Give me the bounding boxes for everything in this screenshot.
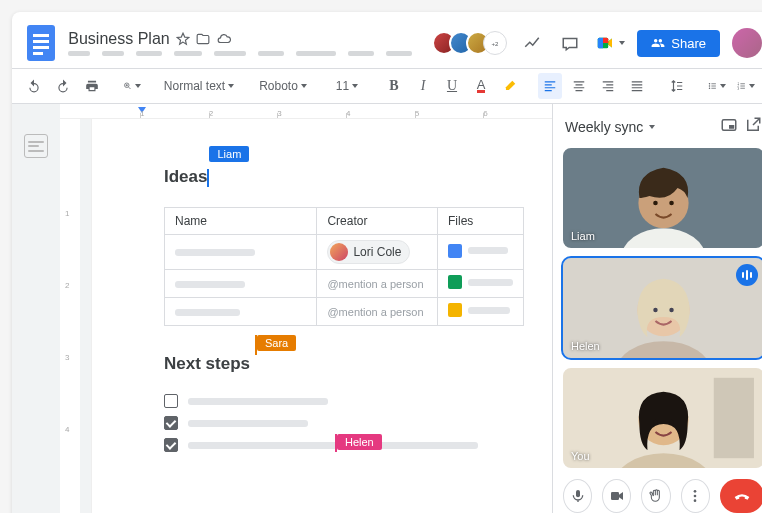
- docs-logo[interactable]: [24, 25, 58, 61]
- underline-button[interactable]: U: [440, 73, 464, 99]
- liam-flag: Liam: [209, 146, 249, 162]
- table-row[interactable]: Lori Cole: [165, 235, 524, 270]
- svg-rect-34: [611, 492, 619, 500]
- col-files: Files: [438, 208, 524, 235]
- undo-button[interactable]: [22, 73, 46, 99]
- tile-name: Helen: [571, 340, 600, 352]
- video-tiles: Liam Helen You: [563, 148, 762, 469]
- end-call-button[interactable]: [720, 479, 762, 513]
- comments-icon[interactable]: [557, 30, 583, 56]
- align-justify-button[interactable]: [625, 73, 649, 99]
- mention-placeholder[interactable]: @mention a person: [327, 278, 423, 290]
- raise-hand-button[interactable]: [641, 479, 670, 513]
- svg-rect-3: [33, 46, 49, 49]
- svg-point-31: [653, 420, 657, 424]
- liam-cursor: [207, 169, 209, 187]
- align-center-button[interactable]: [567, 73, 591, 99]
- svg-rect-1: [33, 34, 49, 37]
- video-tile-helen[interactable]: Helen: [563, 258, 762, 358]
- svg-point-37: [694, 499, 697, 502]
- video-tile-you[interactable]: You: [563, 368, 762, 468]
- mention-placeholder[interactable]: @mention a person: [327, 306, 423, 318]
- italic-button[interactable]: I: [411, 73, 435, 99]
- font-size-selector[interactable]: 11: [328, 73, 366, 99]
- popout-icon[interactable]: [744, 116, 762, 138]
- checklist-item[interactable]: [164, 394, 524, 408]
- pip-icon[interactable]: [720, 116, 738, 138]
- collab-area: +2 Share: [432, 28, 762, 58]
- more-options-button[interactable]: [681, 479, 710, 513]
- account-avatar[interactable]: [732, 28, 762, 58]
- checkbox-checked-icon[interactable]: [164, 438, 178, 452]
- meet-title[interactable]: Weekly sync: [565, 119, 643, 135]
- style-selector[interactable]: Normal text: [160, 73, 238, 99]
- outline-icon[interactable]: [24, 134, 48, 158]
- table-row[interactable]: @mention a person: [165, 298, 524, 326]
- menu-bar[interactable]: [68, 51, 412, 56]
- presence-avatars[interactable]: +2: [432, 31, 507, 55]
- bulleted-list-button[interactable]: [705, 73, 729, 99]
- svg-point-35: [694, 490, 697, 493]
- share-button[interactable]: Share: [637, 30, 720, 57]
- bold-button[interactable]: B: [382, 73, 406, 99]
- svg-point-21: [669, 201, 674, 206]
- checklist-item[interactable]: [164, 416, 524, 430]
- left-rail: [12, 104, 60, 513]
- highlight-button[interactable]: [498, 73, 522, 99]
- activity-icon[interactable]: [519, 30, 545, 56]
- cloud-saved-icon[interactable]: [216, 32, 232, 46]
- move-icon[interactable]: [196, 32, 210, 46]
- svg-point-8: [709, 83, 711, 85]
- font-selector[interactable]: Roboto: [254, 73, 312, 99]
- doc-title[interactable]: Business Plan: [68, 30, 169, 48]
- svg-rect-4: [33, 52, 43, 55]
- svg-rect-28: [714, 378, 754, 458]
- header-bar: Business Plan +2: [12, 12, 762, 68]
- horizontal-ruler[interactable]: 123456: [60, 104, 552, 119]
- body: 123456 1 2 3 4 IdeasLiam Name Creator Fi…: [12, 104, 762, 513]
- video-tile-liam[interactable]: Liam: [563, 148, 762, 248]
- svg-point-9: [709, 85, 711, 87]
- svg-point-10: [709, 88, 711, 90]
- checkbox-unchecked-icon[interactable]: [164, 394, 178, 408]
- slides-file-icon: [448, 303, 462, 317]
- svg-point-32: [669, 420, 673, 424]
- print-button[interactable]: [80, 73, 104, 99]
- doc-area: 123456 1 2 3 4 IdeasLiam Name Creator Fi…: [60, 104, 552, 513]
- mic-button[interactable]: [563, 479, 592, 513]
- align-left-button[interactable]: [538, 73, 562, 99]
- svg-point-25: [653, 308, 657, 312]
- share-label: Share: [671, 36, 706, 51]
- meet-panel: Weekly sync Liam Helen You: [552, 104, 762, 513]
- speaking-indicator-icon: [736, 264, 758, 286]
- toolbar: Normal text Roboto 11 B I U A 123 G: [12, 68, 762, 104]
- docs-file-icon: [448, 244, 462, 258]
- vertical-ruler[interactable]: 1 2 3 4: [60, 119, 80, 513]
- camera-button[interactable]: [602, 479, 631, 513]
- checkbox-checked-icon[interactable]: [164, 416, 178, 430]
- meet-button[interactable]: [595, 34, 625, 52]
- person-chip[interactable]: Lori Cole: [327, 240, 410, 264]
- meet-header: Weekly sync: [563, 112, 762, 148]
- ideas-table[interactable]: Name Creator Files Lori Cole @mention a …: [164, 207, 524, 326]
- tile-name: Liam: [571, 230, 595, 242]
- svg-point-26: [669, 308, 673, 312]
- align-right-button[interactable]: [596, 73, 620, 99]
- text-color-button[interactable]: A: [469, 73, 493, 99]
- tile-name: You: [571, 450, 590, 462]
- title-block: Business Plan: [68, 30, 412, 56]
- document-page[interactable]: IdeasLiam Name Creator Files Lori Cole: [92, 119, 552, 513]
- table-row[interactable]: @mention a person: [165, 270, 524, 298]
- heading-next-steps[interactable]: Next steps: [164, 354, 250, 374]
- svg-point-20: [653, 201, 658, 206]
- heading-ideas[interactable]: Ideas: [164, 167, 207, 187]
- redo-button[interactable]: [51, 73, 75, 99]
- svg-rect-33: [576, 490, 580, 497]
- chevron-down-icon[interactable]: [649, 125, 655, 129]
- line-spacing-button[interactable]: [665, 73, 689, 99]
- numbered-list-button[interactable]: 123: [734, 73, 758, 99]
- meet-controls: [563, 469, 762, 513]
- star-icon[interactable]: [176, 32, 190, 46]
- zoom-selector[interactable]: [120, 73, 144, 99]
- sheets-file-icon: [448, 275, 462, 289]
